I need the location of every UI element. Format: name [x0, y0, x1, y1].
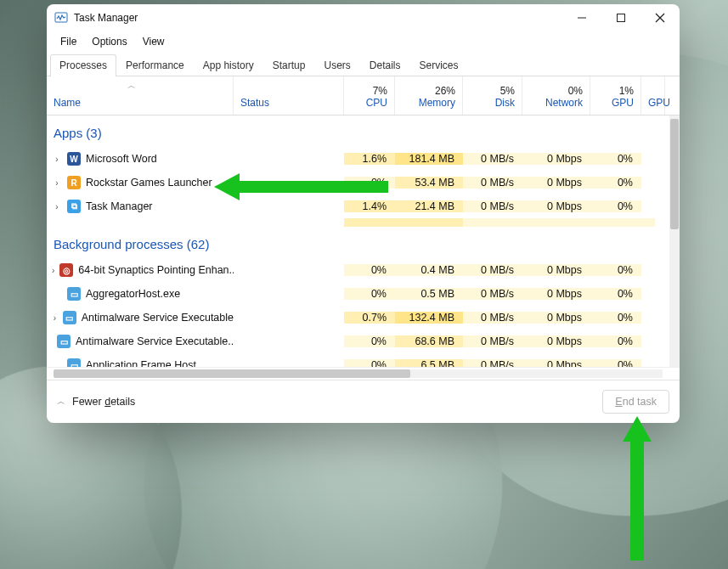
maximize-button[interactable] [601, 4, 641, 31]
app-icon: W [67, 152, 81, 166]
column-header-status[interactable]: Status [234, 76, 344, 115]
tab-performance[interactable]: Performance [116, 54, 194, 76]
net-cell: 0 Mbps [522, 335, 590, 347]
process-row[interactable]: ›◎64-bit Synaptics Pointing Enhan...0%0.… [47, 258, 669, 282]
menu-item-view[interactable]: View [136, 33, 172, 50]
process-name-cell: ›WMicrosoft Word [47, 152, 234, 166]
vertical-scrollbar[interactable] [669, 115, 680, 367]
expand-icon[interactable]: › [52, 178, 62, 188]
mem-cell: 181.4 MB [395, 153, 463, 165]
window-title: Task Manager [74, 12, 138, 24]
net-cell: 0 Mbps [522, 264, 590, 276]
menu-item-file[interactable]: File [54, 33, 83, 50]
cpu-cell: 1.6% [344, 153, 395, 165]
process-row[interactable]: ▭Antimalware Service Executable...0%68.6… [47, 330, 669, 353]
horizontal-scrollbar[interactable] [47, 367, 680, 380]
net-cell: 0 Mbps [522, 177, 590, 189]
cpu-cell: 0% [344, 177, 395, 189]
column-header-gpu-engine[interactable]: GPU [641, 76, 665, 115]
process-name-cell: ›⧉Task Manager [47, 200, 234, 213]
footer: ︿ Fewer details End task [47, 380, 680, 423]
process-name: Application Frame Host [86, 359, 196, 367]
mem-cell: 0.5 MB [395, 288, 463, 300]
process-name-cell: ▭Antimalware Service Executable... [47, 335, 234, 348]
gpu-cell: 0% [590, 312, 641, 324]
task-manager-window: Task Manager FileOptionsView ProcessesPe… [47, 4, 680, 423]
net-cell: 0 Mbps [522, 200, 590, 212]
process-list: Apps (3)›WMicrosoft Word1.6%181.4 MB0 MB… [47, 115, 669, 367]
disk-cell: 0 MB/s [463, 312, 522, 324]
process-name: Microsoft Word [86, 153, 157, 165]
column-header-memory[interactable]: 26% Memory [395, 76, 463, 115]
app-icon: ▭ [57, 335, 71, 348]
gpu-cell: 0% [590, 153, 641, 165]
tab-users[interactable]: Users [314, 54, 359, 76]
app-icon: R [67, 176, 81, 189]
column-header-network[interactable]: 0% Network [522, 76, 590, 115]
app-icon: ▭ [63, 311, 76, 324]
menu-item-options[interactable]: Options [85, 33, 133, 50]
process-name-cell: ▭Application Frame Host [47, 358, 234, 367]
mem-cell: 21.4 MB [395, 200, 463, 212]
column-headers: ︿ Name Status 7% CPU 26% Memory 5% Disk … [47, 76, 680, 115]
net-cell: 0 Mbps [522, 288, 590, 300]
process-name-cell: ›▭Antimalware Service Executable [47, 311, 234, 324]
process-name: Task Manager [86, 200, 153, 212]
close-button[interactable] [641, 4, 680, 31]
column-header-cpu[interactable]: 7% CPU [344, 76, 395, 115]
process-row[interactable]: ›▭Antimalware Service Executable0.7%132.… [47, 306, 669, 330]
cpu-cell: 0% [344, 264, 395, 276]
net-cell: 0 Mbps [522, 312, 590, 324]
tab-details[interactable]: Details [360, 54, 410, 76]
gpu-cell: 0% [590, 288, 641, 300]
mem-cell: 68.6 MB [395, 335, 463, 347]
sort-indicator-icon: ︿ [127, 80, 136, 92]
process-name: 64-bit Synaptics Pointing Enhan... [78, 264, 234, 276]
app-icon: ▭ [67, 358, 81, 367]
process-row[interactable]: ›RRockstar Games Launcher0%53.4 MB0 MB/s… [47, 171, 669, 194]
fewer-details-toggle[interactable]: ︿ Fewer details [57, 396, 135, 408]
process-row[interactable]: ›WMicrosoft Word1.6%181.4 MB0 MB/s0 Mbps… [47, 147, 669, 171]
column-header-name[interactable]: ︿ Name [47, 76, 234, 115]
process-name-cell: ›◎64-bit Synaptics Pointing Enhan... [47, 263, 234, 277]
tab-app-history[interactable]: App history [194, 54, 263, 76]
group-header: Background processes (62) [47, 227, 669, 258]
column-header-disk[interactable]: 5% Disk [463, 76, 522, 115]
process-row[interactable]: ▭AggregatorHost.exe0%0.5 MB0 MB/s0 Mbps0… [47, 282, 669, 306]
column-header-gpu[interactable]: 1% GPU [590, 76, 641, 115]
tab-startup[interactable]: Startup [263, 54, 315, 76]
minimize-button[interactable] [562, 4, 601, 31]
mem-cell: 0.4 MB [395, 264, 463, 276]
cpu-cell: 0% [344, 335, 395, 347]
app-icon: ⧉ [67, 200, 81, 213]
gpu-cell: 0% [590, 359, 641, 367]
horizontal-scrollbar-thumb[interactable] [54, 369, 410, 378]
disk-cell: 0 MB/s [463, 153, 522, 165]
cpu-cell: 1.4% [344, 200, 395, 212]
app-icon: ▭ [67, 287, 81, 301]
expand-icon[interactable]: › [52, 202, 62, 211]
fewer-details-label: Fewer details [72, 396, 135, 408]
cpu-cell: 0% [344, 288, 395, 300]
process-row[interactable]: ▭Application Frame Host0%6.5 MB0 MB/s0 M… [47, 353, 669, 367]
expand-icon[interactable]: › [52, 313, 58, 323]
process-name-cell: ›RRockstar Games Launcher [47, 176, 234, 189]
expand-icon[interactable]: › [52, 155, 62, 164]
disk-cell: 0 MB/s [463, 264, 522, 276]
chevron-up-icon: ︿ [57, 396, 65, 408]
group-header: Apps (3) [47, 115, 669, 147]
gpu-cell: 0% [590, 177, 641, 189]
end-task-button[interactable]: End task [602, 390, 669, 414]
vertical-scrollbar-thumb[interactable] [670, 119, 679, 229]
tab-bar: ProcessesPerformanceApp historyStartupUs… [47, 52, 680, 76]
process-name: AggregatorHost.exe [86, 288, 180, 300]
process-row[interactable]: ›⧉Task Manager1.4%21.4 MB0 MB/s0 Mbps0% [47, 194, 669, 218]
svg-rect-2 [618, 14, 625, 22]
process-name: Rockstar Games Launcher [86, 177, 212, 189]
expand-icon[interactable]: › [52, 266, 54, 275]
mem-cell: 53.4 MB [395, 177, 463, 189]
mem-cell: 6.5 MB [395, 359, 463, 367]
tab-processes[interactable]: Processes [50, 54, 116, 76]
tab-services[interactable]: Services [410, 54, 468, 76]
menu-bar: FileOptionsView [47, 31, 680, 52]
